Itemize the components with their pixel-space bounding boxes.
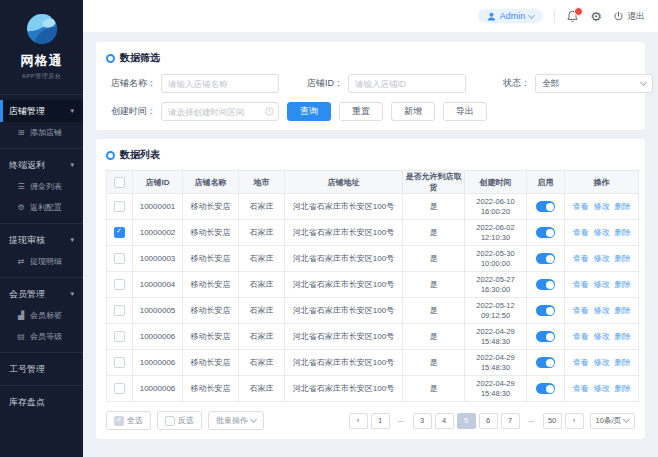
column-header: 店铺地址 [285,171,403,194]
page-button[interactable]: 4 [435,413,454,429]
edit-link[interactable]: 修改 [594,306,610,315]
cell-created-time: 2022-05-2716:30:00 [465,272,527,298]
edit-link[interactable]: 修改 [594,228,610,237]
page-button[interactable]: 5 [457,413,476,429]
sidebar-group-member-management[interactable]: 会员管理▾ [0,283,83,305]
shop-name-input[interactable] [161,74,279,93]
enable-toggle[interactable] [536,201,555,212]
filter-panel: 数据筛选 店铺名称： 店铺ID： 状态： 全部 创建时间： [96,42,645,130]
view-link[interactable]: 查看 [573,306,589,315]
sidebar-item-add-shop[interactable]: ⊞添加店铺 [0,122,83,143]
page-button[interactable]: 7 [501,413,520,429]
shop-name-group: 店铺名称： [106,74,279,93]
cell-shop-id: 10000003 [133,246,183,272]
enable-toggle[interactable] [536,253,555,264]
view-link[interactable]: 查看 [573,358,589,367]
checkbox-checked-icon [114,416,124,426]
edit-link[interactable]: 修改 [594,254,610,263]
cell-pickup: 是 [403,376,465,402]
cell-address: 河北省石家庄市长安区100号 [285,324,403,350]
delete-link[interactable]: 删除 [615,384,631,393]
delete-link[interactable]: 删除 [615,228,631,237]
batch-actions-button[interactable]: 批量操作 [208,411,264,430]
sidebar-group-shop-management[interactable]: 店铺管理▾ [0,100,83,122]
sidebar-group-staff-management[interactable]: 工号管理 [0,358,83,380]
row-select-cell [107,194,133,220]
view-link[interactable]: 查看 [573,280,589,289]
edit-link[interactable]: 修改 [594,332,610,341]
cell-actions: 查看修改删除 [565,324,639,350]
edit-link[interactable]: 修改 [594,280,610,289]
sidebar-item-rebate-config[interactable]: ⚙返利配置 [0,197,83,218]
delete-link[interactable]: 删除 [615,332,631,341]
created-clock: 16:00:20 [468,207,523,216]
export-button[interactable]: 导出 [443,102,487,121]
reset-button[interactable]: 重置 [339,102,383,121]
enable-toggle[interactable] [536,279,555,290]
view-link[interactable]: 查看 [573,228,589,237]
enable-toggle[interactable] [536,357,555,368]
delete-link[interactable]: 删除 [615,280,631,289]
view-link[interactable]: 查看 [573,332,589,341]
sidebar-item-member-tag[interactable]: ▟会员标签 [0,305,83,326]
created-date: 2022-05-27 [468,275,523,284]
enable-toggle[interactable] [536,383,555,394]
notification-bell-button[interactable] [566,10,579,23]
prev-page-button[interactable]: ‹ [349,413,368,429]
settings-button[interactable]: ⚙ [590,9,602,24]
row-checkbox[interactable] [114,201,125,212]
divider [0,223,83,224]
sidebar-group-stock-check[interactable]: 库存盘点 [0,391,83,413]
invert-selection-button[interactable]: 反选 [157,411,202,430]
edit-link[interactable]: 修改 [594,384,610,393]
view-link[interactable]: 查看 [573,254,589,263]
sidebar-item-withdraw-detail[interactable]: ⇄提现明细 [0,251,83,272]
row-checkbox[interactable] [114,383,125,394]
page-button[interactable]: 50 [543,413,562,429]
shop-id-input[interactable] [348,74,466,93]
cell-pickup: 是 [403,272,465,298]
enable-toggle[interactable] [536,331,555,342]
page-button[interactable]: 3 [413,413,432,429]
enable-toggle[interactable] [536,305,555,316]
edit-link[interactable]: 修改 [594,202,610,211]
page-button[interactable]: 6 [479,413,498,429]
add-button[interactable]: 新增 [391,102,435,121]
sidebar-item-member-level[interactable]: ▤会员等级 [0,326,83,347]
query-button[interactable]: 查询 [287,102,331,121]
sidebar-group-terminal-rebate[interactable]: 终端返利▾ [0,154,83,176]
table-row: 10000003移动长安店石家庄河北省石家庄市长安区100号是2022-05-3… [107,246,639,272]
delete-link[interactable]: 删除 [615,202,631,211]
logout-button[interactable]: 退出 [613,10,645,23]
cell-created-time: 2022-06-0212:10:30 [465,220,527,246]
page-button[interactable]: 1 [371,413,390,429]
page-size-select[interactable]: 10条/页 [590,413,635,429]
enable-toggle[interactable] [536,227,555,238]
edit-link[interactable]: 修改 [594,358,610,367]
delete-link[interactable]: 删除 [615,358,631,367]
sidebar-item-commission-list[interactable]: ☰佣金列表 [0,176,83,197]
row-checkbox[interactable] [114,357,125,368]
next-page-button[interactable]: › [565,413,584,429]
select-all-button[interactable]: 全选 [106,411,151,430]
column-header: 操作 [565,171,639,194]
delete-link[interactable]: 删除 [615,254,631,263]
created-time-input[interactable] [161,102,279,121]
row-checkbox[interactable] [114,227,125,238]
select-all-checkbox[interactable] [114,177,125,188]
row-select-cell [107,272,133,298]
status-select[interactable]: 全部 [535,74,653,93]
view-link[interactable]: 查看 [573,384,589,393]
list-footer: 全选 反选 批量操作 ‹ 1...34567...50 › 10条/页 [106,411,635,430]
row-checkbox[interactable] [114,253,125,264]
view-link[interactable]: 查看 [573,202,589,211]
list-icon: ☰ [16,182,26,191]
admin-dropdown[interactable]: Admin [478,9,544,23]
row-checkbox[interactable] [114,279,125,290]
created-date: 2022-05-12 [468,301,523,310]
row-checkbox[interactable] [114,305,125,316]
sidebar-group-withdraw-review[interactable]: 提现审核▾ [0,229,83,251]
row-checkbox[interactable] [114,331,125,342]
cell-actions: 查看修改删除 [565,350,639,376]
delete-link[interactable]: 删除 [615,306,631,315]
